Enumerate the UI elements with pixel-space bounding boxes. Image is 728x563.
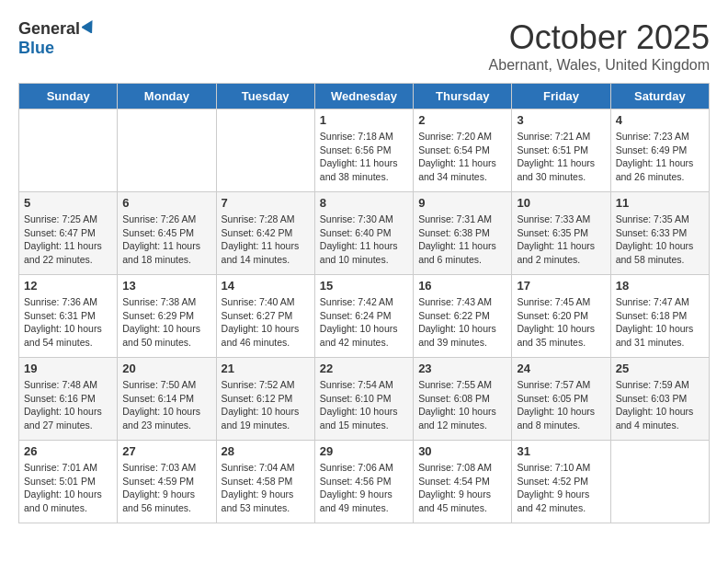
weekday-header-row: Sunday Monday Tuesday Wednesday Thursday… (19, 84, 710, 109)
table-row: 18Sunrise: 7:47 AMSunset: 6:18 PMDayligh… (610, 275, 709, 358)
day-info: Sunrise: 7:48 AMSunset: 6:16 PMDaylight:… (24, 378, 112, 432)
table-row (19, 109, 118, 192)
day-info: Sunrise: 7:59 AMSunset: 6:03 PMDaylight:… (616, 378, 704, 432)
table-row: 27Sunrise: 7:03 AMSunset: 4:59 PMDayligh… (118, 441, 216, 523)
sunrise-text: Sunrise: 7:45 AM (517, 295, 605, 309)
sunset-text: Sunset: 6:24 PM (320, 309, 408, 323)
day-info: Sunrise: 7:57 AMSunset: 6:05 PMDaylight:… (517, 378, 605, 432)
table-row: 12Sunrise: 7:36 AMSunset: 6:31 PMDayligh… (19, 275, 118, 358)
sunset-text: Sunset: 6:10 PM (320, 392, 408, 406)
sunset-text: Sunset: 6:38 PM (418, 226, 506, 240)
daylight-text: Daylight: 9 hours and 53 minutes. (222, 488, 310, 514)
day-info: Sunrise: 7:26 AMSunset: 6:45 PMDaylight:… (122, 213, 210, 267)
day-info: Sunrise: 7:25 AMSunset: 6:47 PMDaylight:… (24, 213, 112, 267)
sunrise-text: Sunrise: 7:03 AM (122, 461, 210, 475)
day-info: Sunrise: 7:52 AMSunset: 6:12 PMDaylight:… (222, 378, 310, 432)
table-row: 24Sunrise: 7:57 AMSunset: 6:05 PMDayligh… (512, 358, 610, 441)
daylight-text: Daylight: 10 hours and 4 minutes. (616, 405, 704, 431)
daylight-text: Daylight: 10 hours and 27 minutes. (24, 405, 112, 431)
header-monday: Monday (118, 84, 216, 109)
sunrise-text: Sunrise: 7:38 AM (122, 295, 210, 309)
sunset-text: Sunset: 4:56 PM (320, 475, 408, 488)
header-sunday: Sunday (19, 84, 118, 109)
sunset-text: Sunset: 6:49 PM (616, 144, 704, 157)
day-number: 2 (418, 113, 506, 127)
day-info: Sunrise: 7:50 AMSunset: 6:14 PMDaylight:… (122, 378, 210, 432)
day-info: Sunrise: 7:38 AMSunset: 6:29 PMDaylight:… (122, 295, 210, 350)
day-number: 18 (616, 279, 704, 293)
day-number: 1 (320, 113, 408, 127)
table-row (118, 109, 216, 192)
day-info: Sunrise: 7:47 AMSunset: 6:18 PMDaylight:… (616, 295, 704, 350)
table-row: 23Sunrise: 7:55 AMSunset: 6:08 PMDayligh… (414, 358, 512, 441)
table-row: 7Sunrise: 7:28 AMSunset: 6:42 PMDaylight… (216, 192, 314, 275)
sunrise-text: Sunrise: 7:54 AM (320, 378, 408, 392)
day-number: 15 (320, 279, 408, 293)
sunrise-text: Sunrise: 7:20 AM (418, 130, 506, 144)
table-row: 13Sunrise: 7:38 AMSunset: 6:29 PMDayligh… (118, 275, 216, 358)
daylight-text: Daylight: 11 hours and 2 minutes. (517, 239, 605, 266)
header-thursday: Thursday (414, 84, 512, 109)
table-row (216, 109, 314, 192)
day-number: 17 (517, 279, 605, 293)
table-row: 5Sunrise: 7:25 AMSunset: 6:47 PMDaylight… (19, 192, 118, 275)
daylight-text: Daylight: 10 hours and 15 minutes. (320, 405, 408, 431)
title-section: October 2025 Abernant, Wales, United Kin… (489, 18, 710, 74)
table-row: 21Sunrise: 7:52 AMSunset: 6:12 PMDayligh… (216, 358, 314, 441)
day-number: 27 (122, 444, 210, 458)
day-number: 10 (517, 196, 605, 210)
sunrise-text: Sunrise: 7:35 AM (616, 213, 704, 226)
day-number: 26 (24, 444, 112, 458)
header-saturday: Saturday (610, 84, 709, 109)
day-info: Sunrise: 7:21 AMSunset: 6:51 PMDaylight:… (517, 130, 605, 184)
daylight-text: Daylight: 10 hours and 31 minutes. (616, 322, 704, 349)
day-info: Sunrise: 7:28 AMSunset: 6:42 PMDaylight:… (222, 213, 310, 267)
daylight-text: Daylight: 11 hours and 34 minutes. (418, 156, 506, 183)
table-row: 19Sunrise: 7:48 AMSunset: 6:16 PMDayligh… (19, 358, 118, 441)
day-number: 13 (122, 279, 210, 293)
day-info: Sunrise: 7:31 AMSunset: 6:38 PMDaylight:… (418, 213, 506, 267)
sunrise-text: Sunrise: 7:10 AM (517, 461, 605, 475)
sunset-text: Sunset: 6:16 PM (24, 392, 112, 406)
sunrise-text: Sunrise: 7:43 AM (418, 295, 506, 309)
daylight-text: Daylight: 9 hours and 45 minutes. (418, 488, 506, 514)
sunset-text: Sunset: 6:18 PM (616, 309, 704, 323)
sunset-text: Sunset: 6:33 PM (616, 226, 704, 240)
table-row: 20Sunrise: 7:50 AMSunset: 6:14 PMDayligh… (118, 358, 216, 441)
table-row: 16Sunrise: 7:43 AMSunset: 6:22 PMDayligh… (414, 275, 512, 358)
daylight-text: Daylight: 10 hours and 0 minutes. (24, 488, 112, 514)
calendar-week-row: 19Sunrise: 7:48 AMSunset: 6:16 PMDayligh… (19, 358, 710, 441)
day-number: 30 (418, 444, 506, 458)
sunrise-text: Sunrise: 7:04 AM (222, 461, 310, 475)
daylight-text: Daylight: 10 hours and 8 minutes. (517, 405, 605, 431)
table-row: 17Sunrise: 7:45 AMSunset: 6:20 PMDayligh… (512, 275, 610, 358)
day-info: Sunrise: 7:43 AMSunset: 6:22 PMDaylight:… (418, 295, 506, 350)
sunrise-text: Sunrise: 7:18 AM (320, 130, 408, 144)
day-info: Sunrise: 7:23 AMSunset: 6:49 PMDaylight:… (616, 130, 704, 184)
day-info: Sunrise: 7:03 AMSunset: 4:59 PMDaylight:… (122, 461, 210, 515)
table-row: 22Sunrise: 7:54 AMSunset: 6:10 PMDayligh… (314, 358, 413, 441)
day-number: 29 (320, 444, 408, 458)
day-number: 24 (517, 362, 605, 375)
table-row: 10Sunrise: 7:33 AMSunset: 6:35 PMDayligh… (512, 192, 610, 275)
sunrise-text: Sunrise: 7:33 AM (517, 213, 605, 226)
table-row: 6Sunrise: 7:26 AMSunset: 6:45 PMDaylight… (118, 192, 216, 275)
day-number: 9 (418, 196, 506, 210)
day-number: 8 (320, 196, 408, 210)
daylight-text: Daylight: 10 hours and 12 minutes. (418, 405, 506, 431)
day-info: Sunrise: 7:36 AMSunset: 6:31 PMDaylight:… (24, 295, 112, 350)
table-row: 25Sunrise: 7:59 AMSunset: 6:03 PMDayligh… (610, 358, 709, 441)
sunrise-text: Sunrise: 7:23 AM (616, 130, 704, 144)
day-number: 31 (517, 444, 605, 458)
day-info: Sunrise: 7:40 AMSunset: 6:27 PMDaylight:… (222, 295, 310, 350)
sunrise-text: Sunrise: 7:28 AM (222, 213, 310, 226)
table-row: 31Sunrise: 7:10 AMSunset: 4:52 PMDayligh… (512, 441, 610, 523)
day-number: 22 (320, 362, 408, 375)
day-number: 19 (24, 362, 112, 375)
sunrise-text: Sunrise: 7:47 AM (616, 295, 704, 309)
table-row: 15Sunrise: 7:42 AMSunset: 6:24 PMDayligh… (314, 275, 413, 358)
header-wednesday: Wednesday (314, 84, 413, 109)
table-row: 8Sunrise: 7:30 AMSunset: 6:40 PMDaylight… (314, 192, 413, 275)
sunrise-text: Sunrise: 7:55 AM (418, 378, 506, 392)
sunset-text: Sunset: 6:51 PM (517, 144, 605, 157)
